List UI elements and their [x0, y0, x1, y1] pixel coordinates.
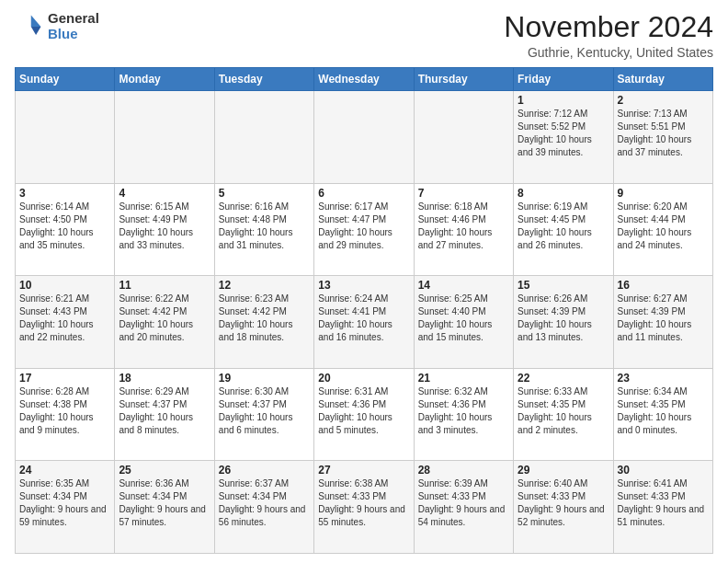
day-number: 7 [418, 187, 509, 200]
day-number: 27 [318, 464, 409, 477]
calendar-table: SundayMondayTuesdayWednesdayThursdayFrid… [15, 67, 713, 554]
day-number: 10 [19, 279, 110, 292]
day-cell: 20Sunrise: 6:31 AM Sunset: 4:36 PM Dayli… [314, 368, 414, 461]
day-info: Sunrise: 6:20 AM Sunset: 4:44 PM Dayligh… [618, 201, 709, 252]
week-row-5: 24Sunrise: 6:35 AM Sunset: 4:34 PM Dayli… [16, 461, 713, 554]
day-cell: 17Sunrise: 6:28 AM Sunset: 4:38 PM Dayli… [16, 368, 115, 461]
title-block: November 2024 Guthrie, Kentucky, United … [504, 11, 713, 60]
day-number: 5 [219, 187, 310, 200]
week-row-4: 17Sunrise: 6:28 AM Sunset: 4:38 PM Dayli… [16, 368, 713, 461]
day-number: 19 [219, 372, 310, 385]
week-row-2: 3Sunrise: 6:14 AM Sunset: 4:50 PM Daylig… [16, 183, 713, 276]
day-info: Sunrise: 6:39 AM Sunset: 4:33 PM Dayligh… [418, 477, 509, 529]
day-number: 6 [318, 187, 409, 200]
day-number: 12 [219, 279, 310, 292]
day-number: 21 [418, 372, 509, 385]
day-info: Sunrise: 6:37 AM Sunset: 4:34 PM Dayligh… [219, 477, 310, 529]
day-cell: 22Sunrise: 6:33 AM Sunset: 4:35 PM Dayli… [514, 368, 613, 461]
day-cell: 8Sunrise: 6:19 AM Sunset: 4:45 PM Daylig… [514, 183, 613, 276]
day-number: 2 [618, 94, 709, 107]
day-info: Sunrise: 6:32 AM Sunset: 4:36 PM Dayligh… [418, 385, 509, 437]
week-row-1: 1Sunrise: 7:12 AM Sunset: 5:52 PM Daylig… [16, 91, 713, 184]
day-number: 1 [518, 94, 609, 107]
logo: General Blue [15, 11, 99, 41]
day-info: Sunrise: 6:21 AM Sunset: 4:43 PM Dayligh… [19, 293, 110, 344]
day-cell: 11Sunrise: 6:22 AM Sunset: 4:42 PM Dayli… [115, 276, 214, 369]
day-info: Sunrise: 6:40 AM Sunset: 4:33 PM Dayligh… [518, 477, 609, 529]
day-cell: 26Sunrise: 6:37 AM Sunset: 4:34 PM Dayli… [214, 461, 313, 554]
day-cell: 27Sunrise: 6:38 AM Sunset: 4:33 PM Dayli… [314, 461, 414, 554]
day-info: Sunrise: 6:28 AM Sunset: 4:38 PM Dayligh… [19, 385, 110, 437]
day-cell: 5Sunrise: 6:16 AM Sunset: 4:48 PM Daylig… [214, 183, 313, 276]
day-cell: 4Sunrise: 6:15 AM Sunset: 4:49 PM Daylig… [115, 183, 214, 276]
day-cell: 14Sunrise: 6:25 AM Sunset: 4:40 PM Dayli… [414, 276, 513, 369]
month-title: November 2024 [504, 11, 713, 43]
day-info: Sunrise: 7:12 AM Sunset: 5:52 PM Dayligh… [518, 108, 609, 159]
day-cell: 10Sunrise: 6:21 AM Sunset: 4:43 PM Dayli… [16, 276, 115, 369]
logo-blue-text: Blue [48, 27, 99, 42]
day-cell: 21Sunrise: 6:32 AM Sunset: 4:36 PM Dayli… [414, 368, 513, 461]
day-number: 16 [618, 279, 709, 292]
day-cell: 9Sunrise: 6:20 AM Sunset: 4:44 PM Daylig… [613, 183, 712, 276]
day-info: Sunrise: 6:34 AM Sunset: 4:35 PM Dayligh… [618, 385, 709, 437]
day-info: Sunrise: 6:41 AM Sunset: 4:33 PM Dayligh… [618, 477, 709, 529]
day-number: 22 [518, 372, 609, 385]
day-cell: 7Sunrise: 6:18 AM Sunset: 4:46 PM Daylig… [414, 183, 513, 276]
day-info: Sunrise: 6:26 AM Sunset: 4:39 PM Dayligh… [518, 293, 609, 344]
day-info: Sunrise: 6:15 AM Sunset: 4:49 PM Dayligh… [119, 201, 210, 252]
day-number: 17 [19, 372, 110, 385]
col-header-sunday: Sunday [16, 68, 115, 91]
day-number: 9 [618, 187, 709, 200]
header: General Blue November 2024 Guthrie, Kent… [15, 11, 713, 60]
header-row: SundayMondayTuesdayWednesdayThursdayFrid… [16, 68, 713, 91]
day-number: 23 [618, 372, 709, 385]
day-info: Sunrise: 6:31 AM Sunset: 4:36 PM Dayligh… [318, 385, 409, 437]
day-cell: 18Sunrise: 6:29 AM Sunset: 4:37 PM Dayli… [115, 368, 214, 461]
day-number: 29 [518, 464, 609, 477]
day-number: 14 [418, 279, 509, 292]
day-cell: 13Sunrise: 6:24 AM Sunset: 4:41 PM Dayli… [314, 276, 414, 369]
day-cell [214, 91, 313, 184]
day-number: 18 [119, 372, 210, 385]
col-header-monday: Monday [115, 68, 214, 91]
day-cell: 16Sunrise: 6:27 AM Sunset: 4:39 PM Dayli… [613, 276, 712, 369]
day-info: Sunrise: 6:25 AM Sunset: 4:40 PM Dayligh… [418, 293, 509, 344]
day-cell: 29Sunrise: 6:40 AM Sunset: 4:33 PM Dayli… [514, 461, 613, 554]
col-header-saturday: Saturday [613, 68, 712, 91]
day-number: 15 [518, 279, 609, 292]
day-cell: 1Sunrise: 7:12 AM Sunset: 5:52 PM Daylig… [514, 91, 613, 184]
day-info: Sunrise: 7:13 AM Sunset: 5:51 PM Dayligh… [618, 108, 709, 159]
day-cell: 15Sunrise: 6:26 AM Sunset: 4:39 PM Dayli… [514, 276, 613, 369]
day-cell [414, 91, 513, 184]
day-cell: 6Sunrise: 6:17 AM Sunset: 4:47 PM Daylig… [314, 183, 414, 276]
logo-icon [15, 12, 44, 41]
location: Guthrie, Kentucky, United States [504, 45, 713, 60]
day-number: 13 [318, 279, 409, 292]
day-cell [115, 91, 214, 184]
page: General Blue November 2024 Guthrie, Kent… [0, 0, 728, 563]
day-info: Sunrise: 6:16 AM Sunset: 4:48 PM Dayligh… [219, 201, 310, 252]
day-info: Sunrise: 6:17 AM Sunset: 4:47 PM Dayligh… [318, 201, 409, 252]
day-info: Sunrise: 6:22 AM Sunset: 4:42 PM Dayligh… [119, 293, 210, 344]
day-info: Sunrise: 6:18 AM Sunset: 4:46 PM Dayligh… [418, 201, 509, 252]
logo-text: General Blue [48, 11, 99, 41]
day-cell [314, 91, 414, 184]
day-cell: 25Sunrise: 6:36 AM Sunset: 4:34 PM Dayli… [115, 461, 214, 554]
calendar-body: 1Sunrise: 7:12 AM Sunset: 5:52 PM Daylig… [16, 91, 713, 554]
calendar-header: SundayMondayTuesdayWednesdayThursdayFrid… [16, 68, 713, 91]
day-cell [16, 91, 115, 184]
day-info: Sunrise: 6:14 AM Sunset: 4:50 PM Dayligh… [19, 201, 110, 252]
day-number: 11 [119, 279, 210, 292]
day-info: Sunrise: 6:38 AM Sunset: 4:33 PM Dayligh… [318, 477, 409, 529]
day-number: 20 [318, 372, 409, 385]
day-cell: 12Sunrise: 6:23 AM Sunset: 4:42 PM Dayli… [214, 276, 313, 369]
day-number: 4 [119, 187, 210, 200]
day-number: 25 [119, 464, 210, 477]
svg-marker-1 [31, 27, 41, 35]
day-cell: 2Sunrise: 7:13 AM Sunset: 5:51 PM Daylig… [613, 91, 712, 184]
day-info: Sunrise: 6:36 AM Sunset: 4:34 PM Dayligh… [119, 477, 210, 529]
day-number: 8 [518, 187, 609, 200]
day-number: 30 [618, 464, 709, 477]
day-info: Sunrise: 6:19 AM Sunset: 4:45 PM Dayligh… [518, 201, 609, 252]
day-info: Sunrise: 6:23 AM Sunset: 4:42 PM Dayligh… [219, 293, 310, 344]
